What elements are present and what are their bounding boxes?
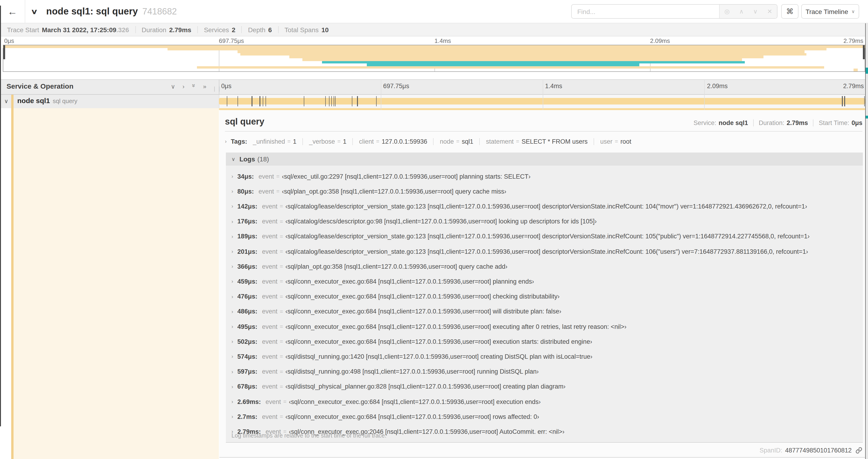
chevron-right-icon: › — [231, 294, 233, 299]
minimap-tick-label: 2.79ms — [843, 37, 863, 44]
tag-pill: client=127.0.0.1:59936 — [352, 138, 433, 145]
find-box: Find... ◎ ∧ ∨ ✕ — [571, 4, 777, 19]
duration-value: 2.79ms — [169, 26, 191, 33]
span-color-accent — [11, 108, 13, 459]
chevron-right-icon: › — [231, 369, 233, 374]
detail-service-value: node sql1 — [719, 120, 748, 126]
tag-pill: user=root — [594, 138, 637, 145]
log-row[interactable]: ›597μs:event=‹sql/distsql_running.go:498… — [226, 364, 863, 379]
chevron-right-icon: › — [231, 384, 233, 390]
chevron-right-icon: › — [231, 173, 233, 179]
log-row[interactable]: ›201μs:event=‹sql/catalog/lease/descript… — [226, 244, 863, 259]
log-row[interactable]: ›189μs:event=‹sql/catalog/lease/descript… — [226, 229, 863, 244]
next-result-icon[interactable]: ∨ — [753, 8, 757, 15]
minimap-span — [854, 69, 858, 71]
log-marker — [260, 96, 260, 106]
tag-pill: statement=SELECT * FROM users — [479, 138, 594, 145]
chevron-right-icon: › — [231, 339, 233, 345]
chevron-right-icon: › — [231, 249, 233, 254]
chevron-right-icon: › — [231, 204, 233, 209]
log-marker — [325, 96, 326, 106]
clear-search-icon[interactable]: ✕ — [767, 8, 772, 15]
log-marker — [844, 96, 845, 106]
log-row[interactable]: ›80μs:event=‹sql/plan_opt.go:358 [nsql1,… — [226, 184, 863, 199]
minimap-span — [238, 51, 805, 53]
span-color-accent — [11, 95, 13, 108]
log-row[interactable]: ›34μs:event=‹sql/exec_util.go:2297 [nsql… — [226, 169, 863, 184]
trace-collapse-icon[interactable]: ∨ — [31, 0, 38, 23]
locate-icon[interactable]: ◎ — [724, 8, 730, 15]
log-row[interactable]: ›486μs:event=‹sql/conn_executor_exec.go:… — [226, 304, 863, 319]
timeline-gridline — [705, 79, 705, 110]
log-row[interactable]: ›678μs:event=‹sql/distsql_physical_plann… — [226, 379, 863, 394]
back-button[interactable]: ← — [0, 0, 25, 23]
minimap-right-scrubber[interactable] — [863, 45, 865, 59]
log-row[interactable]: ›502μs:event=‹sql/conn_executor_exec.go:… — [226, 334, 863, 349]
log-row[interactable]: ›142μs:event=‹sql/catalog/lease/descript… — [226, 199, 863, 214]
collapse-all-icon[interactable]: » — [190, 84, 197, 87]
minimap-left-scrubber[interactable] — [3, 45, 5, 59]
log-row[interactable]: ›2.7ms:event=‹sql/conn_executor_exec.go:… — [226, 409, 863, 424]
expand-all-icon[interactable]: » — [203, 83, 206, 90]
keyboard-shortcuts-button[interactable]: ⌘ — [781, 4, 799, 19]
depth-label: Depth — [248, 26, 266, 33]
log-row[interactable]: ›495μs:event=‹sql/conn_executor_exec.go:… — [226, 319, 863, 334]
log-marker — [263, 96, 263, 106]
minimap-span — [289, 56, 764, 58]
detail-service-label: Service: — [693, 120, 716, 126]
services-value: 2 — [232, 26, 236, 33]
depth-value: 6 — [268, 26, 272, 33]
ruler-tick-label: 1.4ms — [545, 83, 562, 90]
duration-label: Duration — [142, 26, 166, 33]
find-input[interactable]: Find... — [572, 5, 719, 18]
view-selector-button[interactable]: Trace Timeline ∨ — [801, 4, 859, 19]
ruler-tick-label: 2.79ms — [843, 83, 864, 90]
log-marker — [376, 96, 376, 106]
logs-note: Log timestamps are relative to the start… — [231, 432, 386, 439]
log-row[interactable]: ›574μs:event=‹sql/distsql_running.go:142… — [226, 349, 863, 364]
span-bar[interactable] — [219, 98, 865, 104]
trace-id: 7418682 — [142, 0, 177, 23]
span-collapse-icon[interactable]: ∨ — [4, 98, 8, 104]
logs-header[interactable]: ∨ Logs (18) — [226, 153, 863, 166]
tags-row[interactable]: › Tags: _unfinished=1_verbose=1client=12… — [225, 134, 637, 148]
log-row[interactable]: ›366μs:event=‹sql/plan_opt.go:358 [nsql1… — [226, 259, 863, 274]
log-row[interactable]: ›176μs:event=‹sql/catalog/descs/descript… — [226, 214, 863, 229]
chevron-right-icon: › — [231, 399, 233, 404]
span-detail-panel: sql query Service: node sql1 Duration: 2… — [219, 110, 866, 458]
trace-start-value: March 31 2022, 17:25:09 — [42, 26, 116, 33]
detail-duration-label: Duration: — [759, 120, 784, 126]
log-marker — [357, 96, 358, 106]
trace-info-bar: Trace Start March 31 2022, 17:25:09 .326… — [0, 23, 868, 36]
right-gutter — [866, 23, 868, 459]
minimap-span — [302, 58, 742, 61]
page-title: node sql1: sql query — [46, 0, 138, 23]
chevron-right-icon: › — [231, 264, 233, 269]
link-icon[interactable] — [856, 447, 862, 454]
span-service-name: node sql1 — [17, 97, 50, 104]
minimap-span — [3, 45, 865, 48]
detail-duration-value: 2.79ms — [786, 120, 808, 126]
detail-left-column — [0, 108, 219, 459]
prev-result-icon[interactable]: ∧ — [739, 8, 744, 15]
span-id-row: SpanID: 4877749850101760812 — [760, 447, 862, 454]
column-resizer[interactable]: ❘❘ — [212, 86, 222, 92]
total-spans-label: Total Spans — [284, 26, 318, 33]
minimap-span — [322, 61, 745, 63]
collapse-one-icon[interactable]: ∨ — [171, 83, 175, 90]
expand-one-icon[interactable]: › — [183, 83, 185, 90]
tag-pill: node=sql1 — [433, 138, 479, 145]
view-selector-label: Trace Timeline — [805, 8, 848, 15]
detail-meta: Service: node sql1 Duration: 2.79ms Star… — [693, 120, 862, 126]
minimap-span — [367, 63, 639, 66]
back-arrow-icon: ← — [7, 6, 17, 17]
logs-block: ∨ Logs (18) ›34μs:event=‹sql/exec_util.g… — [226, 153, 863, 443]
chevron-right-icon: › — [231, 354, 233, 359]
minimap-tick-label: 0μs — [4, 37, 14, 44]
log-row[interactable]: ›476μs:event=‹sql/conn_executor_exec.go:… — [226, 289, 863, 304]
log-row[interactable]: ›459μs:event=‹sql/conn_executor_exec.go:… — [226, 274, 863, 289]
minimap-canvas[interactable] — [3, 45, 865, 72]
log-row[interactable]: ›2.69ms:event=‹sql/conn_executor_exec.go… — [226, 394, 863, 409]
log-marker — [237, 96, 238, 106]
minimap-span — [197, 66, 824, 69]
